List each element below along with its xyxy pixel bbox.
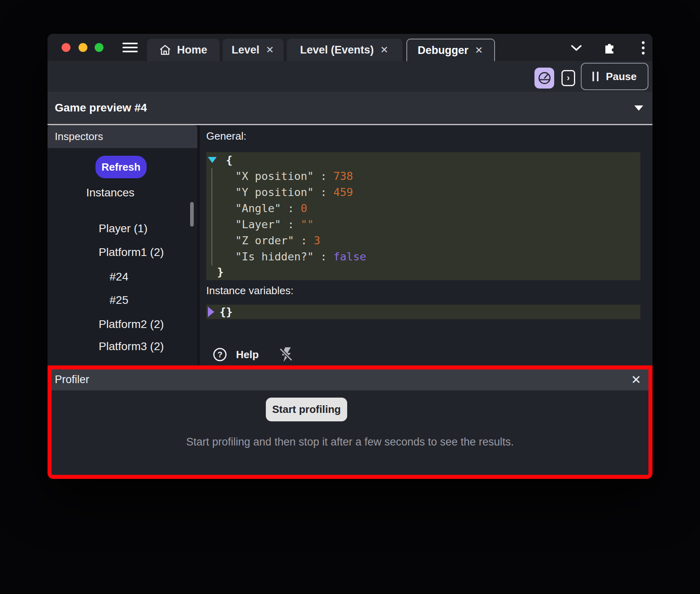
json-value: 3: [314, 234, 320, 247]
profiler-header: Profiler ✕: [52, 369, 648, 390]
titlebar: Home Level ✕ Level (Events) ✕ Debugger ✕: [48, 34, 652, 61]
kebab-menu-icon[interactable]: [636, 42, 650, 54]
json-key: "X position": [235, 170, 314, 182]
json-key: "Z order": [235, 234, 294, 247]
pause-button[interactable]: Pause: [581, 63, 648, 90]
hamburger-menu-icon[interactable]: [122, 43, 138, 52]
pause-icon: [592, 72, 599, 81]
console-icon[interactable]: ›: [561, 70, 575, 86]
inspectors-header: Inspectors: [48, 125, 197, 148]
puzzle-extension-icon[interactable]: [602, 42, 615, 54]
inspector-detail-panel: General: { "X position" : 738 "Y positio…: [200, 125, 652, 365]
tab-level-events[interactable]: Level (Events) ✕: [287, 39, 402, 61]
sidebar-item-player[interactable]: Player (1): [99, 222, 147, 235]
json-value: 459: [333, 186, 353, 198]
debugger-toolbar: › Pause: [48, 61, 652, 92]
sidebar-item-platform3[interactable]: Platform3 (2): [99, 340, 164, 353]
start-profiling-button[interactable]: Start profiling: [266, 398, 347, 421]
debugger-content: Inspectors Refresh Instances Player (1) …: [48, 125, 652, 365]
close-window-button[interactable]: [62, 43, 70, 52]
general-json-tree: { "X position" : 738 "Y position" : 459 …: [206, 152, 640, 280]
json-key: "Y position": [235, 186, 314, 198]
game-preview-title: Game preview #4: [55, 101, 147, 114]
general-section-label: General:: [206, 130, 246, 142]
json-value: 738: [333, 170, 353, 182]
help-label[interactable]: Help: [236, 349, 259, 361]
instance-variables-label: Instance variables:: [206, 285, 294, 297]
json-key: "Layer": [235, 218, 281, 231]
sidebar-scrollbar[interactable]: [190, 202, 194, 318]
tab-level[interactable]: Level ✕: [223, 39, 284, 61]
close-icon[interactable]: ✕: [631, 373, 641, 387]
tab-close-icon[interactable]: ✕: [265, 44, 275, 56]
game-preview-dropdown[interactable]: Game preview #4: [48, 92, 652, 124]
sidebar-item-platform2[interactable]: Platform2 (2): [99, 318, 164, 331]
inspectors-sidebar: Inspectors Refresh Instances Player (1) …: [48, 125, 197, 365]
dropdown-caret-icon: [634, 105, 643, 111]
sidebar-item-instances[interactable]: Instances: [86, 186, 135, 199]
json-key: "Is hidden?": [235, 250, 314, 263]
inspectors-title: Inspectors: [55, 130, 103, 143]
open-brace: {: [226, 154, 232, 166]
zoom-window-button[interactable]: [95, 43, 104, 52]
help-icon[interactable]: ?: [213, 347, 227, 362]
expand-arrow-icon[interactable]: [208, 307, 214, 317]
sidebar-item-instance-25[interactable]: #25: [110, 294, 128, 307]
tab-close-icon[interactable]: ✕: [474, 45, 484, 56]
help-row: ? Help: [213, 346, 293, 363]
profiler-title: Profiler: [55, 373, 89, 386]
chevron-down-icon[interactable]: [570, 42, 583, 54]
tab-debugger[interactable]: Debugger ✕: [406, 39, 495, 61]
json-value: 0: [301, 202, 307, 214]
svg-text:?: ?: [217, 350, 222, 359]
json-value: "": [301, 218, 314, 231]
close-brace: }: [217, 266, 224, 278]
home-icon: [159, 44, 171, 56]
refresh-button[interactable]: Refresh: [95, 156, 147, 178]
tab-label: Debugger: [418, 44, 468, 57]
sidebar-item-instance-24[interactable]: #24: [110, 270, 128, 283]
sidebar-item-platform1[interactable]: Platform1 (2): [99, 246, 164, 259]
tab-label: Level (Events): [300, 44, 374, 56]
instance-variables-tree: {}: [206, 305, 640, 319]
app-window: Home Level ✕ Level (Events) ✕ Debugger ✕: [48, 34, 652, 479]
profiler-hint-text: Start profiling and then stop it after a…: [52, 436, 648, 448]
minimize-window-button[interactable]: [79, 43, 87, 52]
instance-variables-value: {}: [220, 305, 233, 319]
tab-label: Level: [232, 44, 259, 56]
tab-close-icon[interactable]: ✕: [379, 44, 389, 56]
json-key: "Angle": [235, 202, 281, 214]
tab-home[interactable]: Home: [147, 39, 220, 61]
profiler-gauge-icon[interactable]: [534, 68, 554, 89]
flash-off-icon[interactable]: [279, 346, 293, 363]
tab-label: Home: [177, 44, 207, 56]
json-value: false: [333, 250, 366, 263]
profiler-panel: Profiler ✕ Start profiling Start profili…: [48, 365, 652, 479]
pause-label: Pause: [606, 70, 637, 83]
